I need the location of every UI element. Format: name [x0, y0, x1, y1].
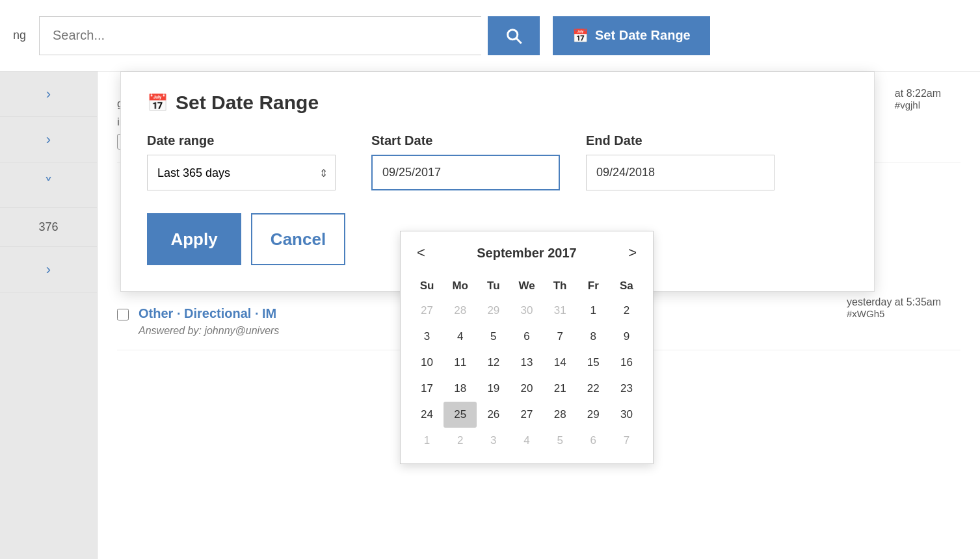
calendar-day[interactable]: 5 — [544, 428, 577, 454]
calendar-day-header: Tu — [477, 274, 510, 298]
item-answered-by: Answered by: johnny@univers — [139, 325, 279, 337]
search-icon — [505, 27, 523, 45]
calendar-day[interactable]: 9 — [610, 324, 643, 350]
calendar-day[interactable]: 30 — [610, 402, 643, 428]
calendar-day[interactable]: 17 — [410, 376, 444, 402]
calendar-day[interactable]: 28 — [544, 402, 577, 428]
calendar-day[interactable]: 7 — [610, 428, 643, 454]
svg-line-1 — [516, 38, 522, 44]
calendar-day[interactable]: 28 — [444, 298, 477, 324]
calendar-day[interactable]: 21 — [544, 376, 577, 402]
calendar-icon: 📅 — [572, 28, 589, 44]
end-date-input[interactable] — [586, 155, 775, 190]
sidebar-chevron-down[interactable]: ˅ — [0, 162, 97, 208]
popup-calendar-icon: 📅 — [147, 93, 168, 113]
popup-title: 📅 Set Date Range — [147, 92, 848, 114]
calendar-day[interactable]: 29 — [577, 402, 610, 428]
calendar-day[interactable]: 19 — [477, 376, 510, 402]
calendar-day-header: Mo — [444, 274, 477, 298]
calendar-prev-button[interactable]: < — [410, 241, 432, 265]
calendar-day[interactable]: 11 — [444, 350, 477, 376]
svg-point-0 — [508, 29, 518, 39]
calendar-day[interactable]: 3 — [410, 324, 444, 350]
start-date-field-group: Start Date — [371, 133, 560, 190]
sidebar-number: 376 — [0, 208, 97, 247]
set-date-range-label: Set Date Range — [595, 28, 691, 43]
calendar-day[interactable]: 6 — [577, 428, 610, 454]
left-sidebar: › › ˅ 376 › — [0, 72, 98, 559]
calendar-day[interactable]: 29 — [477, 298, 510, 324]
calendar-day[interactable]: 7 — [544, 324, 577, 350]
calendar-day[interactable]: 13 — [510, 350, 543, 376]
calendar-next-button[interactable]: > — [622, 241, 643, 265]
end-date-field-group: End Date — [586, 133, 775, 190]
calendar-grid: SuMoTuWeThFrSa 2728293031123456789101112… — [410, 274, 643, 454]
end-date-label: End Date — [586, 133, 775, 148]
date-range-select[interactable]: Last 365 days Last 30 days Last 7 days C… — [147, 155, 336, 190]
nav-text: ng — [13, 29, 26, 42]
calendar-day[interactable]: 16 — [610, 350, 643, 376]
apply-button[interactable]: Apply — [147, 213, 241, 265]
calendar-day[interactable]: 15 — [577, 350, 610, 376]
calendar-day[interactable]: 6 — [510, 324, 543, 350]
date-range-label: Date range — [147, 133, 345, 148]
start-date-label: Start Date — [371, 133, 560, 148]
calendar-day[interactable]: 26 — [477, 402, 510, 428]
sidebar-chevron-2[interactable]: › — [0, 117, 97, 162]
calendar-day[interactable]: 5 — [477, 324, 510, 350]
search-button[interactable] — [488, 16, 540, 55]
calendar-day-header: Fr — [577, 274, 610, 298]
sidebar-chevron-1[interactable]: › — [0, 72, 97, 117]
item-timestamp: at 8:22am #vgjhl — [895, 88, 941, 110]
calendar-day[interactable]: 10 — [410, 350, 444, 376]
calendar-day-header: Th — [544, 274, 577, 298]
date-range-select-wrapper: Last 365 days Last 30 days Last 7 days C… — [147, 155, 336, 190]
calendar-day[interactable]: 8 — [577, 324, 610, 350]
calendar-day[interactable]: 27 — [510, 402, 543, 428]
calendar-day[interactable]: 30 — [510, 298, 543, 324]
calendar-day[interactable]: 25 — [444, 402, 477, 428]
calendar-month-year: September 2017 — [477, 246, 576, 261]
calendar-day[interactable]: 31 — [544, 298, 577, 324]
calendar-day[interactable]: 1 — [577, 298, 610, 324]
top-bar: ng 📅 Set Date Range — [0, 0, 980, 72]
calendar-day-header: We — [510, 274, 543, 298]
set-date-range-button[interactable]: 📅 Set Date Range — [553, 16, 710, 55]
search-input[interactable] — [39, 16, 481, 55]
calendar-header: < September 2017 > — [410, 241, 643, 265]
calendar-day[interactable]: 4 — [444, 324, 477, 350]
item-timestamp-2: yesterday at 5:35am #xWGh5 — [847, 296, 941, 319]
calendar-day[interactable]: 24 — [410, 402, 444, 428]
calendar-day[interactable]: 27 — [410, 298, 444, 324]
item-checkbox[interactable] — [117, 309, 129, 320]
calendar-day[interactable]: 20 — [510, 376, 543, 402]
cancel-button[interactable]: Cancel — [251, 213, 345, 265]
start-date-input[interactable] — [371, 155, 560, 190]
calendar-day[interactable]: 1 — [410, 428, 444, 454]
action-buttons: Apply Cancel — [147, 213, 345, 265]
calendar-day[interactable]: 18 — [444, 376, 477, 402]
calendar-day[interactable]: 22 — [577, 376, 610, 402]
calendar-day-header: Sa — [610, 274, 643, 298]
calendar-day[interactable]: 3 — [477, 428, 510, 454]
calendar-day[interactable]: 14 — [544, 350, 577, 376]
item-title: Other · Directional · IM — [139, 306, 279, 321]
calendar-day[interactable]: 23 — [610, 376, 643, 402]
date-range-field-group: Date range Last 365 days Last 30 days La… — [147, 133, 345, 265]
calendar-day[interactable]: 2 — [610, 298, 643, 324]
calendar-day-header: Su — [410, 274, 444, 298]
sidebar-chevron-3[interactable]: › — [0, 247, 97, 292]
calendar-day[interactable]: 4 — [510, 428, 543, 454]
calendar-popup: < September 2017 > SuMoTuWeThFrSa 272829… — [400, 231, 654, 464]
calendar-day[interactable]: 12 — [477, 350, 510, 376]
calendar-day[interactable]: 2 — [444, 428, 477, 454]
